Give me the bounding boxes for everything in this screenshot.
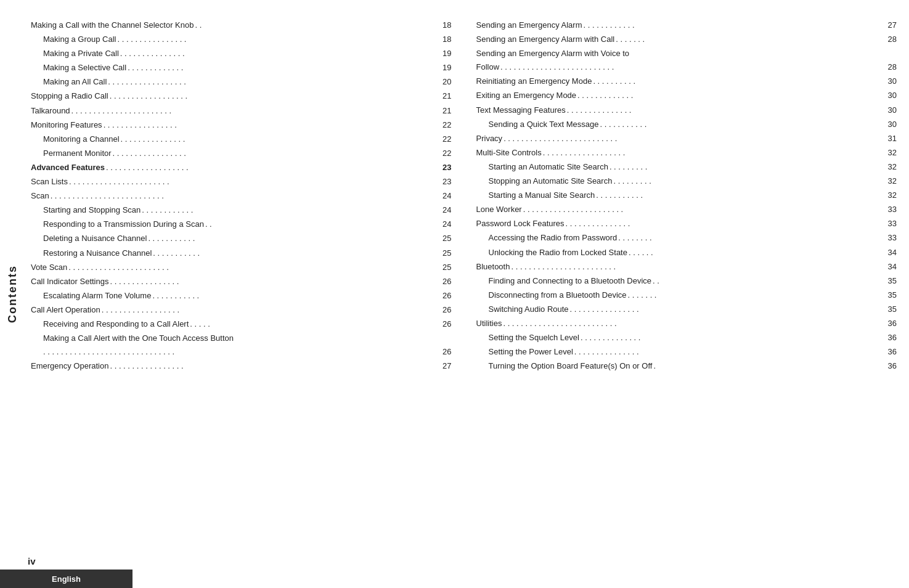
list-item: Password Lock Features . . . . . . . . .… [476,217,897,231]
list-item: Responding to a Transmission During a Sc… [31,218,452,231]
list-item: Deleting a Nuisance Channel . . . . . . … [31,232,452,245]
list-item: Text Messaging Features . . . . . . . . … [476,104,897,117]
list-item: Emergency Operation . . . . . . . . . . … [31,359,452,373]
list-item: Utilities . . . . . . . . . . . . . . . … [476,317,897,330]
list-item: Bluetooth . . . . . . . . . . . . . . . … [476,260,897,274]
language-label: English [52,574,81,584]
list-item: Sending an Emergency Alarm with Call . .… [476,33,897,46]
list-item: Advanced Features . . . . . . . . . . . … [31,161,452,174]
right-column: Sending an Emergency Alarm . . . . . . .… [476,18,897,551]
list-item: Vote Scan . . . . . . . . . . . . . . . … [31,261,452,274]
list-item: Making a Selective Call . . . . . . . . … [31,61,452,75]
list-item: Starting and Stopping Scan . . . . . . .… [31,203,452,217]
list-item: Making a Call with the Channel Selector … [31,18,452,32]
list-item: Turning the Option Board Feature(s) On o… [476,359,897,373]
list-item: Starting an Automatic Site Search . . . … [476,160,897,174]
list-item: Talkaround . . . . . . . . . . . . . . .… [31,104,452,118]
list-item: Sending an Emergency Alarm with Voice to… [476,47,897,74]
page-container: Contents Making a Call with the Channel … [0,0,909,588]
left-column: Making a Call with the Channel Selector … [31,18,452,551]
list-item: Call Indicator Settings . . . . . . . . … [31,275,452,288]
list-item: Scan . . . . . . . . . . . . . . . . . .… [31,189,452,203]
list-item: Making a Call Alert with the One Touch A… [31,332,452,359]
list-item: Disconnecting from a Bluetooth Device . … [476,288,897,302]
list-item: Stopping a Radio Call . . . . . . . . . … [31,89,452,103]
list-item: Monitoring Features . . . . . . . . . . … [31,118,452,132]
list-item: Making a Group Call . . . . . . . . . . … [31,33,452,46]
list-item: Stopping an Automatic Site Search . . . … [476,174,897,188]
sidebar-contents-label: Contents [0,0,25,588]
list-item: Accessing the Radio from Password . . . … [476,231,897,245]
list-item: Exiting an Emergency Mode . . . . . . . … [476,89,897,102]
list-item: Unlocking the Radio from Locked State . … [476,246,897,259]
list-item: Call Alert Operation . . . . . . . . . .… [31,303,452,317]
list-item: Monitoring a Channel . . . . . . . . . .… [31,133,452,146]
list-item: Restoring a Nuisance Channel . . . . . .… [31,247,452,260]
list-item: Permanent Monitor . . . . . . . . . . . … [31,147,452,160]
list-item: Making a Private Call . . . . . . . . . … [31,47,452,60]
list-item: Privacy . . . . . . . . . . . . . . . . … [476,132,897,145]
bottom-language-bar: English [0,570,132,588]
list-item: Sending a Quick Text Message . . . . . .… [476,118,897,131]
list-item: Receiving and Responding to a Call Alert… [31,317,452,331]
list-item: Switching Audio Route . . . . . . . . . … [476,303,897,316]
list-item: Escalating Alarm Tone Volume . . . . . .… [31,289,452,303]
list-item: Reinitiating an Emergency Mode . . . . .… [476,75,897,88]
list-item: Setting the Power Level . . . . . . . . … [476,345,897,359]
list-item: Scan Lists . . . . . . . . . . . . . . .… [31,175,452,189]
list-item: Starting a Manual Site Search . . . . . … [476,189,897,202]
list-item: Lone Worker . . . . . . . . . . . . . . … [476,203,897,216]
list-item: Setting the Squelch Level . . . . . . . … [476,331,897,345]
list-item: Sending an Emergency Alarm . . . . . . .… [476,18,897,32]
list-item: Finding and Connecting to a Bluetooth De… [476,274,897,288]
page-number: iv [28,556,36,566]
list-item: Making an All Call . . . . . . . . . . .… [31,75,452,89]
main-content: Making a Call with the Channel Selector … [25,0,909,588]
list-item: Multi-Site Controls . . . . . . . . . . … [476,146,897,160]
